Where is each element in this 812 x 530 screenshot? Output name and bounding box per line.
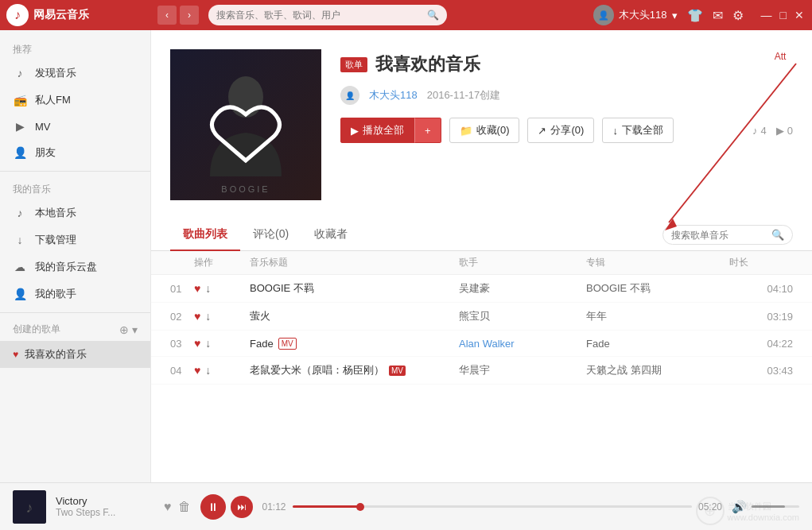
player-controls: ⏸ ⏭ (200, 494, 253, 520)
tab-search-icon[interactable]: 🔍 (771, 229, 784, 241)
row-number: 01 (170, 283, 194, 295)
user-area[interactable]: 👤 木大头118 ▾ (593, 5, 678, 25)
search-input[interactable] (216, 10, 422, 21)
svg-rect-1 (170, 49, 321, 200)
playlist-cover: BOOGIE (170, 49, 321, 200)
meta-username[interactable]: 木大头118 (369, 88, 418, 103)
sidebar-item-discover[interactable]: ♪ 发现音乐 (0, 60, 150, 87)
song-title[interactable]: 萤火 (250, 309, 459, 323)
song-title[interactable]: BOOGIE 不羁 (250, 281, 459, 296)
tab-comments[interactable]: 评论(0) (240, 219, 301, 251)
sidebar-item-label: 下载管理 (35, 233, 76, 247)
row-number: 03 (170, 338, 194, 350)
local-music-icon: ♪ (13, 207, 27, 219)
nav-back-button[interactable]: ‹ (157, 6, 177, 25)
settings-icon[interactable]: ⚙ (732, 8, 744, 23)
search-icon[interactable]: 🔍 (427, 10, 439, 21)
cover-svg: BOOGIE (170, 49, 321, 200)
video-icon: ▶ (13, 120, 27, 133)
mail-icon[interactable]: ✉ (713, 8, 723, 23)
watermark-text: 当下软件园www.downxia.com (728, 501, 799, 522)
row-ops: ♥ ↓ (194, 282, 250, 295)
sidebar-divider-2 (0, 312, 150, 313)
avatar: 👤 (593, 5, 614, 25)
play-all-button[interactable]: ▶ 播放全部 (340, 118, 414, 143)
add-icon: + (425, 125, 431, 137)
like-icon[interactable]: ♥ (194, 364, 200, 377)
song-artist[interactable]: 吴建豪 (459, 281, 586, 296)
sidebar-item-cloud[interactable]: ☁ 我的音乐云盘 (0, 253, 150, 280)
close-button[interactable]: ✕ (793, 9, 806, 21)
header-album: 专辑 (586, 256, 729, 269)
tab-search-input[interactable] (671, 230, 767, 241)
song-artist[interactable]: Alan Walker (459, 338, 586, 350)
nav-forward-button[interactable]: › (180, 6, 199, 25)
sidebar-item-fm[interactable]: 📻 私人FM (0, 87, 150, 114)
playlist-info: 歌单 我喜欢的音乐 👤 木大头118 2016-11-17创建 ▶ 播放全部 (340, 49, 793, 200)
sidebar-item-label: 我的歌手 (35, 287, 76, 301)
meta-avatar: 👤 (340, 86, 359, 105)
sidebar-playlist-item[interactable]: ♥ 我喜欢的音乐 (0, 341, 150, 368)
created-label: 创建的歌单 (13, 323, 60, 336)
playlist-tag-row: 歌单 我喜欢的音乐 (340, 52, 793, 76)
header-ops: 操作 (194, 256, 250, 269)
download-song-icon[interactable]: ↓ (205, 337, 211, 350)
collapse-playlist-icon[interactable]: ▾ (132, 323, 138, 336)
maximize-button[interactable]: □ (779, 9, 788, 21)
song-duration: 03:19 (729, 311, 793, 323)
tab-songs[interactable]: 歌曲列表 (170, 219, 240, 251)
download-song-icon[interactable]: ↓ (205, 364, 211, 377)
row-ops: ♥ ↓ (194, 337, 250, 350)
music-icon: ♪ (13, 67, 27, 79)
song-title[interactable]: 老鼠爱大米（原唱：杨臣刚） MV (250, 363, 459, 377)
sq-tag: MV (389, 366, 406, 376)
song-album[interactable]: 年年 (586, 309, 729, 323)
pause-button[interactable]: ⏸ (200, 494, 226, 520)
download-song-icon[interactable]: ↓ (205, 310, 211, 323)
sidebar-item-friends[interactable]: 👤 朋友 (0, 139, 150, 166)
minimize-button[interactable]: — (760, 9, 774, 21)
table-row: 02 ♥ ↓ 萤火 熊宝贝 年年 03:19 (151, 303, 812, 331)
download-song-icon[interactable]: ↓ (205, 282, 211, 295)
add-playlist-icon[interactable]: ⊕ (119, 323, 129, 336)
player-delete-icon[interactable]: 🗑 (178, 500, 191, 514)
created-actions: ⊕ ▾ (119, 323, 138, 336)
share-button[interactable]: ↗ 分享(0) (527, 118, 594, 143)
player-song-artist: Two Steps F... (56, 507, 151, 518)
song-artist[interactable]: 熊宝贝 (459, 309, 586, 323)
note-icon: ♪ (752, 125, 758, 137)
sidebar-item-downloads[interactable]: ↓ 下载管理 (0, 226, 150, 253)
song-album[interactable]: Fade (586, 338, 729, 350)
meta-date: 2016-11-17创建 (427, 88, 501, 103)
sidebar-item-singer[interactable]: 👤 我的歌手 (0, 280, 150, 308)
download-all-button[interactable]: ↓ 下载全部 (602, 118, 674, 143)
header-num (170, 256, 194, 269)
sidebar: 推荐 ♪ 发现音乐 📻 私人FM ▶ MV 👤 朋友 我的音乐 ♪ 本地音乐 ↓… (0, 30, 151, 482)
sidebar-item-local[interactable]: ♪ 本地音乐 (0, 199, 150, 226)
like-icon[interactable]: ♥ (194, 310, 200, 323)
player-song-info: Victory Two Steps F... (56, 495, 151, 518)
next-button[interactable]: ⏭ (231, 496, 253, 518)
sidebar-item-mv[interactable]: ▶ MV (0, 114, 150, 139)
row-ops: ♥ ↓ (194, 310, 250, 323)
header-duration: 时长 (729, 256, 793, 269)
song-title[interactable]: Fade MV (250, 338, 459, 350)
header-artist: 歌手 (459, 256, 586, 269)
player-like-icon[interactable]: ♥ (164, 500, 172, 514)
table-row: 03 ♥ ↓ Fade MV Alan Walker Fade 04:22 (151, 331, 812, 357)
like-icon[interactable]: ♥ (194, 282, 200, 295)
chevron-down-icon: ▾ (672, 10, 678, 21)
play-all-label: 播放全部 (363, 123, 404, 137)
collect-button[interactable]: 📁 收藏(0) (449, 118, 520, 143)
player-cover: ♪ (13, 490, 46, 524)
tab-collectors[interactable]: 收藏者 (301, 219, 360, 251)
shirt-icon[interactable]: 👕 (687, 8, 703, 23)
song-title-text: 老鼠爱大米（原唱：杨臣刚） (250, 363, 384, 377)
song-album[interactable]: BOOGIE 不羁 (586, 281, 729, 296)
song-album[interactable]: 天籁之战 第四期 (586, 363, 729, 377)
add-to-queue-button[interactable]: + (414, 118, 441, 143)
progress-bar[interactable] (293, 505, 692, 508)
song-artist[interactable]: 华晨宇 (459, 363, 586, 377)
play-icon: ▶ (351, 125, 359, 137)
like-icon[interactable]: ♥ (194, 337, 200, 350)
